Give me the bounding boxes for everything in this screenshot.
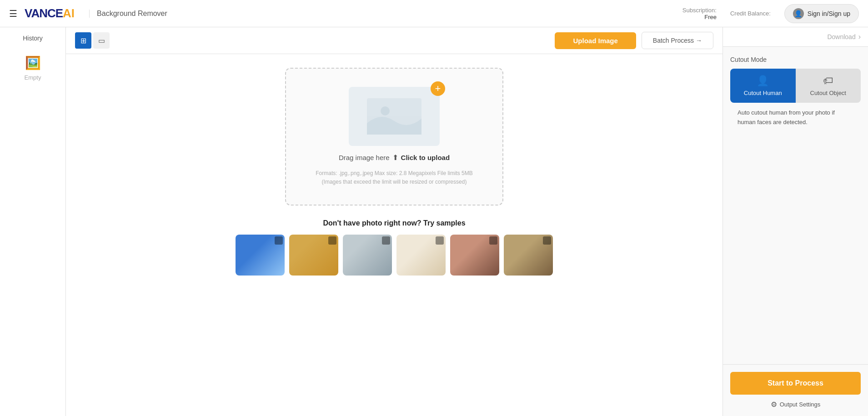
- empty-tray-icon: 🖼️: [25, 55, 41, 70]
- sample-checkbox[interactable]: [275, 236, 283, 245]
- start-process-button[interactable]: Start to Process: [730, 372, 861, 395]
- sidebar-empty-label: Empty: [25, 74, 41, 81]
- cutout-mode-buttons: 👤 Cutout Human 🏷 Cutout Object: [730, 69, 861, 103]
- logo-vance: VANCE: [25, 6, 63, 20]
- grid-view-button[interactable]: ⊞: [75, 32, 91, 49]
- logo: VANCE AI: [25, 6, 75, 20]
- sample-item[interactable]: [289, 235, 338, 276]
- cutout-human-button[interactable]: 👤 Cutout Human: [730, 69, 796, 103]
- human-icon: 👤: [757, 75, 769, 87]
- menu-icon[interactable]: ☰: [9, 8, 17, 19]
- logo-ai: AI: [63, 6, 75, 20]
- sidebar-history-label: History: [23, 35, 43, 42]
- upload-image-button[interactable]: Upload Image: [555, 32, 636, 49]
- batch-process-button[interactable]: Batch Process →: [642, 32, 713, 49]
- add-image-icon[interactable]: +: [431, 81, 445, 96]
- download-label: Download: [827, 33, 855, 40]
- chevron-right-icon: ›: [858, 33, 861, 41]
- drag-text: Drag image here: [339, 154, 390, 161]
- dropzone-text: Drag image here ⬆ Click to upload: [339, 153, 450, 162]
- sample-checkbox[interactable]: [543, 236, 551, 245]
- samples-grid: [236, 235, 553, 276]
- format-info: Formats: .jpg,.png,.jpeg Max size: 2.8 M…: [316, 169, 472, 186]
- avatar-icon: 👤: [793, 8, 804, 19]
- sidebar-empty-item: 🖼️ Empty: [25, 55, 41, 81]
- main-layout: History 🖼️ Empty ⊞ ▭ Upload Image Batch …: [0, 27, 868, 416]
- object-icon: 🏷: [823, 75, 833, 87]
- upload-icon: ⬆: [392, 153, 398, 162]
- subscription-info: Subscription: Free: [682, 7, 717, 20]
- gear-icon: ⚙: [771, 400, 777, 409]
- subscription-label: Subscription:: [682, 7, 717, 14]
- svg-point-1: [381, 106, 390, 115]
- header-right: Subscription: Free Credit Balance: 👤 Sig…: [682, 4, 859, 23]
- signin-button[interactable]: 👤 Sign in/Sign up: [784, 4, 859, 23]
- sample-checkbox[interactable]: [489, 236, 497, 245]
- upload-section: + Drag image here ⬆ Click to upload Form…: [66, 54, 722, 416]
- cutout-human-label: Cutout Human: [744, 90, 782, 96]
- format-text-sub: (Images that exceed the limit will be re…: [316, 178, 472, 186]
- sample-checkbox[interactable]: [382, 236, 390, 245]
- header-left: ☰ VANCE AI Background Remover: [9, 6, 167, 20]
- list-view-button[interactable]: ▭: [93, 32, 110, 49]
- sidebar: History 🖼️ Empty: [0, 27, 66, 416]
- output-settings-label: Output Settings: [780, 401, 821, 408]
- sample-checkbox[interactable]: [436, 236, 444, 245]
- view-toggle: ⊞ ▭: [75, 32, 110, 49]
- subscription-value: Free: [704, 14, 717, 20]
- sample-checkbox[interactable]: [328, 236, 336, 245]
- app-title: Background Remover: [89, 10, 167, 18]
- sample-item[interactable]: [396, 235, 446, 276]
- right-panel: Download › Cutout Mode 👤 Cutout Human 🏷 …: [722, 27, 868, 416]
- cutout-mode-section: Cutout Mode 👤 Cutout Human 🏷 Cutout Obje…: [723, 47, 868, 142]
- sample-item[interactable]: [450, 235, 499, 276]
- toolbar: ⊞ ▭ Upload Image Batch Process →: [66, 27, 722, 54]
- cutout-description: Auto cutout human from your photo if hum…: [730, 103, 861, 133]
- dropzone[interactable]: + Drag image here ⬆ Click to upload Form…: [285, 68, 503, 205]
- format-text-main: Formats: .jpg,.png,.jpeg Max size: 2.8 M…: [316, 169, 472, 178]
- credit-label: Credit Balance:: [730, 10, 771, 17]
- samples-section: Don't have photo right now? Try samples: [236, 219, 553, 276]
- right-panel-bottom: Start to Process ⚙ Output Settings: [723, 364, 868, 416]
- sample-item[interactable]: [343, 235, 392, 276]
- cutout-object-button[interactable]: 🏷 Cutout Object: [796, 69, 861, 103]
- samples-title: Don't have photo right now? Try samples: [323, 219, 465, 227]
- cutout-mode-label: Cutout Mode: [730, 56, 861, 63]
- header: ☰ VANCE AI Background Remover Subscripti…: [0, 0, 868, 27]
- cutout-object-label: Cutout Object: [810, 90, 847, 96]
- output-settings[interactable]: ⚙ Output Settings: [730, 400, 861, 409]
- credit-info: Credit Balance:: [730, 10, 771, 17]
- signin-label: Sign in/Sign up: [808, 10, 850, 17]
- image-placeholder: [349, 87, 440, 146]
- dropzone-preview: +: [349, 87, 440, 146]
- download-button[interactable]: Download ›: [827, 33, 861, 41]
- content-area: ⊞ ▭ Upload Image Batch Process → +: [66, 27, 722, 416]
- click-upload-text[interactable]: Click to upload: [401, 154, 450, 161]
- sample-item[interactable]: [504, 235, 553, 276]
- right-panel-top: Download ›: [723, 27, 868, 47]
- sample-item[interactable]: [236, 235, 285, 276]
